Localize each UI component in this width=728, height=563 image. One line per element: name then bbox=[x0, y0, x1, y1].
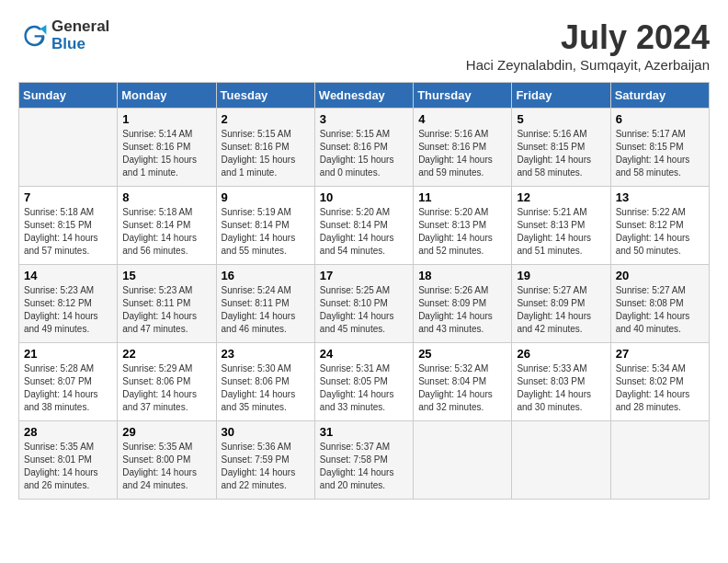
month-title: July 2024 bbox=[466, 18, 710, 57]
day-number: 8 bbox=[122, 190, 210, 204]
day-info: Sunrise: 5:14 AMSunset: 8:16 PMDaylight:… bbox=[122, 129, 197, 178]
day-number: 18 bbox=[418, 269, 506, 282]
logo-text-blue: Blue bbox=[51, 36, 109, 53]
day-number: 29 bbox=[122, 425, 210, 439]
day-number: 19 bbox=[517, 269, 605, 282]
day-info: Sunrise: 5:15 AMSunset: 8:16 PMDaylight:… bbox=[320, 129, 394, 178]
day-info: Sunrise: 5:18 AMSunset: 8:14 PMDaylight:… bbox=[122, 207, 197, 256]
calendar-cell bbox=[414, 421, 512, 500]
day-info: Sunrise: 5:29 AMSunset: 8:06 PMDaylight:… bbox=[122, 363, 197, 412]
day-number: 24 bbox=[320, 347, 408, 361]
calendar-cell: 24 Sunrise: 5:31 AMSunset: 8:05 PMDaylig… bbox=[314, 343, 413, 421]
calendar-cell: 22 Sunrise: 5:29 AMSunset: 8:06 PMDaylig… bbox=[118, 343, 216, 421]
calendar-cell: 11 Sunrise: 5:20 AMSunset: 8:13 PMDaylig… bbox=[414, 187, 512, 265]
calendar-cell: 25 Sunrise: 5:32 AMSunset: 8:04 PMDaylig… bbox=[414, 343, 512, 421]
day-number: 11 bbox=[418, 190, 506, 204]
calendar-cell: 4 Sunrise: 5:16 AMSunset: 8:16 PMDayligh… bbox=[414, 109, 512, 187]
day-info: Sunrise: 5:23 AMSunset: 8:11 PMDaylight:… bbox=[122, 285, 197, 334]
day-header-monday: Monday bbox=[118, 83, 216, 109]
day-info: Sunrise: 5:26 AMSunset: 8:09 PMDaylight:… bbox=[418, 285, 493, 334]
day-number: 21 bbox=[24, 347, 112, 361]
calendar-cell: 19 Sunrise: 5:27 AMSunset: 8:09 PMDaylig… bbox=[512, 265, 610, 343]
week-row-3: 14 Sunrise: 5:23 AMSunset: 8:12 PMDaylig… bbox=[19, 265, 710, 343]
day-info: Sunrise: 5:25 AMSunset: 8:10 PMDaylight:… bbox=[320, 285, 394, 334]
day-info: Sunrise: 5:23 AMSunset: 8:12 PMDaylight:… bbox=[24, 285, 98, 334]
calendar-cell bbox=[19, 109, 118, 187]
day-info: Sunrise: 5:37 AMSunset: 7:58 PMDaylight:… bbox=[320, 442, 394, 490]
calendar-cell: 28 Sunrise: 5:35 AMSunset: 8:01 PMDaylig… bbox=[19, 421, 118, 500]
day-number: 5 bbox=[517, 112, 605, 126]
day-number: 1 bbox=[122, 112, 210, 126]
day-info: Sunrise: 5:27 AMSunset: 8:08 PMDaylight:… bbox=[616, 285, 690, 334]
day-info: Sunrise: 5:36 AMSunset: 7:59 PMDaylight:… bbox=[222, 442, 296, 490]
day-info: Sunrise: 5:15 AMSunset: 8:16 PMDaylight:… bbox=[222, 129, 296, 178]
calendar-cell: 26 Sunrise: 5:33 AMSunset: 8:03 PMDaylig… bbox=[512, 343, 610, 421]
day-number: 3 bbox=[320, 112, 408, 126]
calendar-cell: 9 Sunrise: 5:19 AMSunset: 8:14 PMDayligh… bbox=[216, 187, 314, 265]
day-info: Sunrise: 5:32 AMSunset: 8:04 PMDaylight:… bbox=[418, 363, 493, 412]
calendar-cell: 3 Sunrise: 5:15 AMSunset: 8:16 PMDayligh… bbox=[314, 109, 413, 187]
week-row-1: 1 Sunrise: 5:14 AMSunset: 8:16 PMDayligh… bbox=[19, 109, 710, 187]
day-info: Sunrise: 5:22 AMSunset: 8:12 PMDaylight:… bbox=[616, 207, 690, 256]
calendar-cell: 10 Sunrise: 5:20 AMSunset: 8:14 PMDaylig… bbox=[314, 187, 413, 265]
calendar-cell: 23 Sunrise: 5:30 AMSunset: 8:06 PMDaylig… bbox=[216, 343, 314, 421]
day-info: Sunrise: 5:35 AMSunset: 8:00 PMDaylight:… bbox=[122, 442, 197, 490]
day-info: Sunrise: 5:27 AMSunset: 8:09 PMDaylight:… bbox=[517, 285, 591, 334]
day-number: 10 bbox=[320, 190, 408, 204]
day-info: Sunrise: 5:16 AMSunset: 8:16 PMDaylight:… bbox=[418, 129, 493, 178]
location-title: Haci Zeynalabdin, Sumqayit, Azerbaijan bbox=[466, 57, 710, 73]
day-number: 28 bbox=[24, 425, 112, 439]
day-number: 13 bbox=[616, 190, 704, 204]
logo-text-general: General bbox=[51, 18, 109, 36]
day-info: Sunrise: 5:17 AMSunset: 8:15 PMDaylight:… bbox=[616, 129, 690, 178]
calendar-cell: 5 Sunrise: 5:16 AMSunset: 8:15 PMDayligh… bbox=[512, 109, 610, 187]
calendar-cell: 30 Sunrise: 5:36 AMSunset: 7:59 PMDaylig… bbox=[216, 421, 314, 500]
logo-icon bbox=[18, 21, 48, 51]
day-number: 23 bbox=[222, 347, 310, 361]
calendar-cell: 12 Sunrise: 5:21 AMSunset: 8:13 PMDaylig… bbox=[512, 187, 610, 265]
calendar-cell: 31 Sunrise: 5:37 AMSunset: 7:58 PMDaylig… bbox=[314, 421, 413, 500]
day-number: 16 bbox=[222, 269, 310, 282]
calendar-cell: 16 Sunrise: 5:24 AMSunset: 8:11 PMDaylig… bbox=[216, 265, 314, 343]
week-row-4: 21 Sunrise: 5:28 AMSunset: 8:07 PMDaylig… bbox=[19, 343, 710, 421]
week-row-2: 7 Sunrise: 5:18 AMSunset: 8:15 PMDayligh… bbox=[19, 187, 710, 265]
day-info: Sunrise: 5:34 AMSunset: 8:02 PMDaylight:… bbox=[616, 363, 690, 412]
day-info: Sunrise: 5:19 AMSunset: 8:14 PMDaylight:… bbox=[222, 207, 296, 256]
day-number: 14 bbox=[24, 269, 112, 282]
day-info: Sunrise: 5:35 AMSunset: 8:01 PMDaylight:… bbox=[24, 442, 98, 490]
calendar-cell: 1 Sunrise: 5:14 AMSunset: 8:16 PMDayligh… bbox=[118, 109, 216, 187]
day-info: Sunrise: 5:21 AMSunset: 8:13 PMDaylight:… bbox=[517, 207, 591, 256]
calendar-cell: 13 Sunrise: 5:22 AMSunset: 8:12 PMDaylig… bbox=[610, 187, 709, 265]
day-number: 4 bbox=[418, 112, 506, 126]
page-header: General Blue July 2024 Haci Zeynalabdin,… bbox=[18, 18, 710, 73]
day-number: 15 bbox=[122, 269, 210, 282]
calendar-cell: 6 Sunrise: 5:17 AMSunset: 8:15 PMDayligh… bbox=[610, 109, 709, 187]
day-info: Sunrise: 5:28 AMSunset: 8:07 PMDaylight:… bbox=[24, 363, 98, 412]
calendar-cell: 8 Sunrise: 5:18 AMSunset: 8:14 PMDayligh… bbox=[118, 187, 216, 265]
calendar-cell: 7 Sunrise: 5:18 AMSunset: 8:15 PMDayligh… bbox=[19, 187, 118, 265]
title-area: July 2024 Haci Zeynalabdin, Sumqayit, Az… bbox=[466, 18, 710, 73]
day-info: Sunrise: 5:20 AMSunset: 8:14 PMDaylight:… bbox=[320, 207, 394, 256]
logo: General Blue bbox=[18, 18, 109, 52]
day-number: 30 bbox=[222, 425, 310, 439]
day-number: 9 bbox=[222, 190, 310, 204]
day-header-tuesday: Tuesday bbox=[216, 83, 314, 109]
day-number: 27 bbox=[616, 347, 704, 361]
day-info: Sunrise: 5:18 AMSunset: 8:15 PMDaylight:… bbox=[24, 207, 98, 256]
day-info: Sunrise: 5:31 AMSunset: 8:05 PMDaylight:… bbox=[320, 363, 394, 412]
day-number: 6 bbox=[616, 112, 704, 126]
day-number: 22 bbox=[122, 347, 210, 361]
day-info: Sunrise: 5:30 AMSunset: 8:06 PMDaylight:… bbox=[222, 363, 296, 412]
day-info: Sunrise: 5:24 AMSunset: 8:11 PMDaylight:… bbox=[222, 285, 296, 334]
day-number: 20 bbox=[616, 269, 704, 282]
calendar-cell bbox=[610, 421, 709, 500]
calendar-cell: 20 Sunrise: 5:27 AMSunset: 8:08 PMDaylig… bbox=[610, 265, 709, 343]
calendar-cell: 2 Sunrise: 5:15 AMSunset: 8:16 PMDayligh… bbox=[216, 109, 314, 187]
day-info: Sunrise: 5:20 AMSunset: 8:13 PMDaylight:… bbox=[418, 207, 493, 256]
day-header-wednesday: Wednesday bbox=[314, 83, 413, 109]
day-number: 2 bbox=[222, 112, 310, 126]
day-number: 25 bbox=[418, 347, 506, 361]
day-header-thursday: Thursday bbox=[414, 83, 512, 109]
calendar-cell: 29 Sunrise: 5:35 AMSunset: 8:00 PMDaylig… bbox=[118, 421, 216, 500]
day-header-saturday: Saturday bbox=[610, 83, 709, 109]
